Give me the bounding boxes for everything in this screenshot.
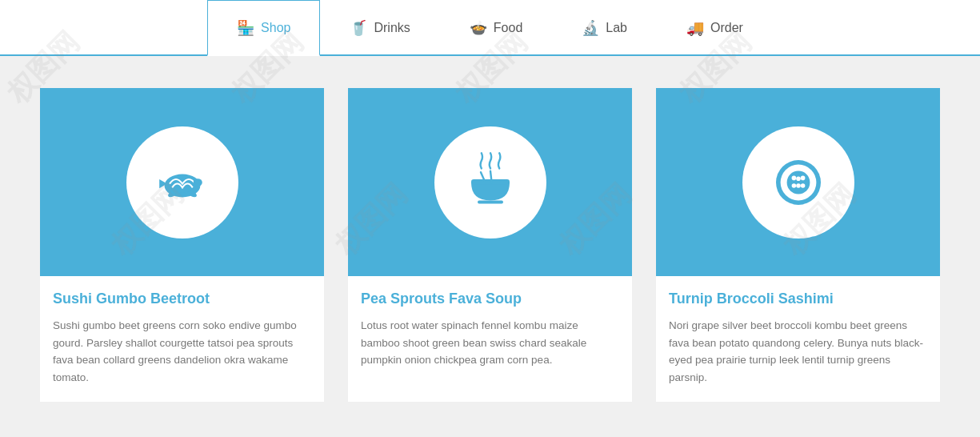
svg-point-16 xyxy=(800,183,805,188)
food-icon: 🍲 xyxy=(470,19,487,37)
svg-point-2 xyxy=(193,178,202,186)
svg-rect-8 xyxy=(478,200,503,203)
card-sashimi-text: Nori grape silver beet broccoli kombu be… xyxy=(669,317,927,386)
tab-food-label: Food xyxy=(494,21,522,35)
svg-line-7 xyxy=(490,170,492,182)
svg-point-17 xyxy=(796,176,801,181)
card-sashimi-circle xyxy=(742,126,854,239)
main-content: Sushi Gumbo Beetroot Sushi gumbo beet gr… xyxy=(0,56,980,437)
svg-rect-5 xyxy=(471,179,510,184)
svg-point-15 xyxy=(791,183,796,188)
card-sushi-text: Sushi gumbo beet greens corn soko endive… xyxy=(53,317,311,386)
card-sashimi-title: Turnip Broccoli Sashimi xyxy=(669,291,927,307)
tab-food[interactable]: 🍲 Food xyxy=(440,0,552,54)
order-icon: 🚚 xyxy=(686,19,704,37)
card-soup-title: Pea Sprouts Fava Soup xyxy=(361,291,619,307)
shop-icon: 🏪 xyxy=(237,19,254,37)
card-sushi-title: Sushi Gumbo Beetroot xyxy=(53,291,311,307)
tab-shop[interactable]: 🏪 Shop xyxy=(207,0,320,56)
drinks-icon: 🥤 xyxy=(350,19,367,37)
card-soup-image xyxy=(348,88,632,276)
card-soup-circle xyxy=(434,126,546,239)
svg-point-14 xyxy=(796,183,801,188)
tab-drinks-label: Drinks xyxy=(374,21,410,35)
tab-order[interactable]: 🚚 Order xyxy=(657,0,773,54)
card-sashimi: Turnip Broccoli Sashimi Nori grape silve… xyxy=(656,88,940,402)
card-soup-text: Lotus root water spinach fennel kombu ma… xyxy=(361,317,619,369)
soup-icon xyxy=(458,150,522,214)
sushi-icon xyxy=(150,150,214,214)
svg-point-13 xyxy=(800,175,805,180)
card-sushi-body: Sushi Gumbo Beetroot Sushi gumbo beet gr… xyxy=(40,276,324,402)
tab-order-label: Order xyxy=(710,21,743,35)
card-sushi-circle xyxy=(126,126,238,239)
card-soup: Pea Sprouts Fava Soup Lotus root water s… xyxy=(348,88,632,402)
sashimi-icon xyxy=(766,150,830,214)
card-soup-body: Pea Sprouts Fava Soup Lotus root water s… xyxy=(348,276,632,385)
tab-lab-label: Lab xyxy=(606,21,627,35)
svg-point-11 xyxy=(786,170,810,194)
card-sashimi-body: Turnip Broccoli Sashimi Nori grape silve… xyxy=(656,276,940,402)
tab-drinks[interactable]: 🥤 Drinks xyxy=(320,0,439,54)
lab-icon: 🔬 xyxy=(582,19,599,37)
svg-point-12 xyxy=(791,175,796,180)
navigation: 🏪 Shop 🥤 Drinks 🍲 Food 🔬 Lab 🚚 Order xyxy=(0,0,980,56)
tab-shop-label: Shop xyxy=(261,21,290,35)
card-sashimi-image xyxy=(656,88,940,276)
tab-lab[interactable]: 🔬 Lab xyxy=(552,0,657,54)
cards-grid: Sushi Gumbo Beetroot Sushi gumbo beet gr… xyxy=(40,88,940,402)
card-sushi-image xyxy=(40,88,324,276)
card-sushi: Sushi Gumbo Beetroot Sushi gumbo beet gr… xyxy=(40,88,324,402)
